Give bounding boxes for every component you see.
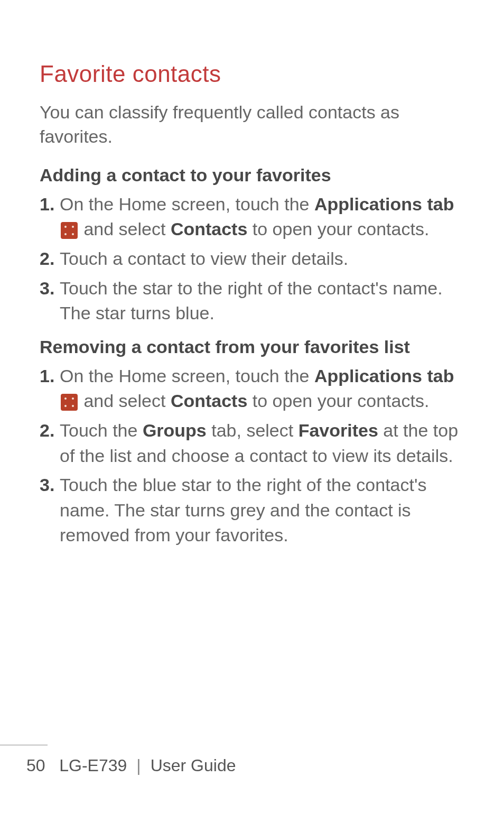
list-item: 1. On the Home screen, touch the Applica… <box>40 192 464 242</box>
bold-term: Contacts <box>171 219 247 239</box>
device-model: LG-E739 <box>59 756 127 775</box>
list-content: Touch a contact to view their details. <box>60 246 464 272</box>
list-number: 3. <box>40 276 60 301</box>
list-item: 2. Touch the Groups tab, select Favorite… <box>40 418 464 468</box>
list-number: 3. <box>40 473 60 498</box>
adding-heading: Adding a contact to your favorites <box>40 165 464 186</box>
list-number: 1. <box>40 192 60 217</box>
bold-term: Applications tab <box>314 366 454 386</box>
text-fragment: to open your contacts. <box>247 391 429 411</box>
list-item: 2. Touch a contact to view their details… <box>40 246 464 272</box>
section-heading: Favorite contacts <box>40 61 464 87</box>
text-fragment: tab, select <box>207 420 298 440</box>
bold-term: Contacts <box>171 391 247 411</box>
removing-heading: Removing a contact from your favorites l… <box>40 337 464 357</box>
list-number: 2. <box>40 246 60 272</box>
applications-tab-icon <box>61 222 78 239</box>
text-fragment: and select <box>79 391 171 411</box>
list-item: 1. On the Home screen, touch the Applica… <box>40 364 464 414</box>
list-item: 3. Touch the blue star to the right of t… <box>40 473 464 548</box>
list-number: 2. <box>40 418 60 443</box>
bold-term: Applications tab <box>314 194 454 214</box>
list-item: 3. Touch the star to the right of the co… <box>40 276 464 326</box>
footer-text: 50 LG-E739|User Guide <box>0 756 504 775</box>
bold-term: Groups <box>143 420 207 440</box>
intro-paragraph: You can classify frequently called conta… <box>40 100 464 149</box>
text-fragment: On the Home screen, touch the <box>60 194 314 214</box>
page-number: 50 <box>26 756 45 775</box>
text-fragment: to open your contacts. <box>247 219 429 239</box>
list-content: Touch the star to the right of the conta… <box>60 276 464 326</box>
list-content: Touch the Groups tab, select Favorites a… <box>60 418 464 468</box>
list-number: 1. <box>40 364 60 389</box>
footer-divider <box>0 745 48 745</box>
list-content: On the Home screen, touch the Applicatio… <box>60 364 464 414</box>
bold-term: Favorites <box>298 420 378 440</box>
applications-tab-icon <box>61 394 78 411</box>
text-fragment: and select <box>79 219 171 239</box>
list-content: On the Home screen, touch the Applicatio… <box>60 192 464 242</box>
text-fragment: On the Home screen, touch the <box>60 366 314 386</box>
page-footer: 50 LG-E739|User Guide <box>0 745 504 775</box>
text-fragment: Touch the <box>60 420 143 440</box>
list-content: Touch the blue star to the right of the … <box>60 473 464 548</box>
footer-separator: | <box>136 756 141 775</box>
guide-label: User Guide <box>151 756 236 775</box>
